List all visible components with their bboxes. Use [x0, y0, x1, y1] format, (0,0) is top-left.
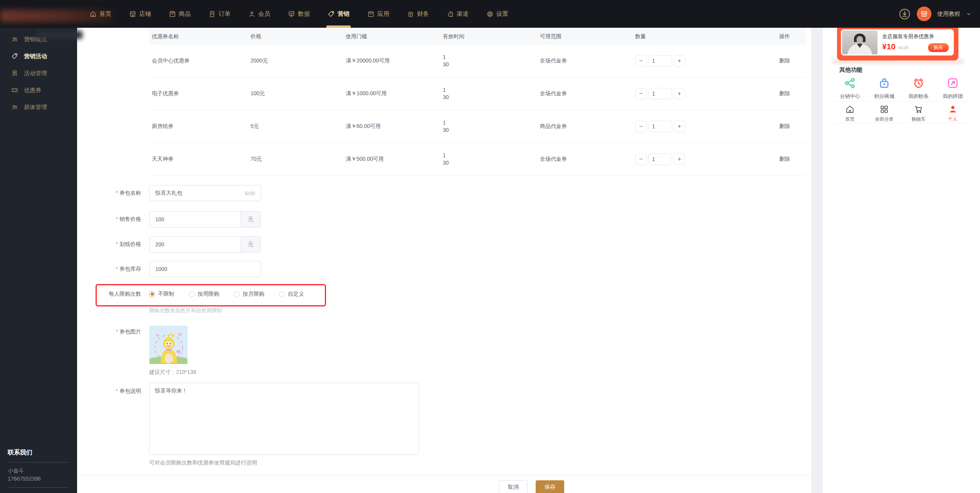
stepper-minus-button[interactable]: −: [635, 55, 647, 67]
share-nodes-icon: [844, 77, 856, 89]
tag-icon: [328, 10, 335, 18]
nav-item-home[interactable]: 首页: [89, 0, 111, 28]
sidebar-item-marketing-activity[interactable]: 营销活动: [0, 48, 77, 65]
cell-coupon-name: 厨房纸券: [149, 123, 250, 130]
divider: [8, 487, 68, 488]
cell-price: 100元: [250, 90, 346, 97]
cell-quantity: − 1 +: [635, 121, 732, 132]
delete-button[interactable]: 删除: [779, 123, 790, 130]
panel-gap: [811, 28, 823, 493]
radio-no-limit[interactable]: 不限制: [149, 291, 174, 298]
stock-input[interactable]: 1000: [149, 261, 261, 277]
feature-distribution-center[interactable]: 分销中心: [833, 77, 867, 100]
stepper-plus-button[interactable]: +: [674, 153, 685, 165]
cell-valid-time: 130: [443, 54, 540, 68]
contact-block: 联系我们 小奋斗 17667552398: [8, 449, 68, 488]
nav-item-marketing[interactable]: 营销: [328, 0, 350, 28]
save-button[interactable]: 保存: [536, 480, 564, 493]
radio-dot: [279, 291, 285, 297]
tab-home[interactable]: 首页: [833, 104, 867, 123]
description-hint: 可对会员限购次数和优惠券使用规则进行说明: [149, 459, 257, 466]
char-counter: 5/20: [245, 190, 255, 196]
stepper-value[interactable]: 1: [648, 153, 672, 165]
field-label: *券包库存: [77, 266, 141, 273]
sidebar-item-group-management[interactable]: 群体管理: [0, 99, 77, 116]
box-icon: [169, 10, 176, 18]
stepper-value[interactable]: 1: [648, 88, 672, 99]
nav-item-members[interactable]: 会员: [248, 0, 270, 28]
delete-button[interactable]: 删除: [779, 156, 790, 163]
radio-monthly-limit[interactable]: 按月限购: [234, 291, 264, 298]
stepper-plus-button[interactable]: +: [674, 55, 685, 67]
chart-icon: [288, 10, 295, 18]
stepper-minus-button[interactable]: −: [635, 121, 647, 132]
field-label: *券包说明: [77, 385, 141, 395]
cell-threshold: 满￥500.00可用: [346, 156, 443, 163]
chevron-down-icon[interactable]: [966, 11, 972, 17]
divider: [833, 123, 970, 123]
cell-coupon-name: 会员中心优惠券: [149, 57, 250, 64]
cell-valid-time: 130: [443, 86, 540, 101]
document-icon: [208, 10, 216, 18]
stepper-plus-button[interactable]: +: [674, 121, 685, 132]
nav-item-shop[interactable]: 店铺: [129, 0, 151, 28]
description-textarea[interactable]: 惊喜等你来！: [149, 383, 419, 455]
nav-item-data[interactable]: 数据: [288, 0, 310, 28]
sidebar-item-coupons[interactable]: 优惠券: [0, 82, 77, 99]
required-mark: *: [116, 388, 118, 394]
storefront-icon: [129, 10, 136, 18]
stepper-value[interactable]: 1: [648, 55, 672, 67]
nav-item-channels[interactable]: 渠道: [447, 0, 469, 28]
col-header-valid-time: 有效时间: [443, 33, 540, 40]
feature-flash-sale[interactable]: 我的秒杀: [901, 77, 936, 100]
delete-button[interactable]: 删除: [779, 57, 790, 64]
cell-action: 删除: [732, 156, 805, 163]
nav-item-apps[interactable]: 应用: [367, 0, 389, 28]
radio-dot: [149, 291, 155, 297]
sidebar: 营销概览 营销活动 活动管理 优惠券 群体管理 联系我们 小奋斗 1766755…: [0, 28, 77, 493]
buy-button[interactable]: 购买: [928, 43, 949, 52]
bookmark-star-icon: [11, 70, 18, 77]
nav-item-orders[interactable]: 订单: [208, 0, 230, 28]
nav-item-goods[interactable]: 商品: [169, 0, 191, 28]
download-icon[interactable]: [898, 8, 911, 20]
stepper-minus-button[interactable]: −: [635, 153, 647, 165]
bag-lock-icon: [878, 77, 891, 89]
table-row: 电子优惠券 100元 满￥1000.00可用 130 全场代金券 − 1 + 删…: [149, 77, 805, 110]
form-row-description: *券包说明: [77, 385, 141, 395]
tab-all-categories[interactable]: 全部分类: [867, 104, 901, 123]
cancel-button[interactable]: 取消: [499, 480, 528, 493]
stepper-plus-button[interactable]: +: [674, 88, 685, 99]
contact-phone: 17667552398: [8, 475, 68, 483]
tutorial-link[interactable]: 使用教程: [937, 10, 960, 18]
cell-action: 删除: [732, 90, 805, 97]
stepper-minus-button[interactable]: −: [635, 88, 647, 99]
nav-item-settings[interactable]: 设置: [486, 0, 508, 28]
tab-profile[interactable]: 个人: [936, 104, 970, 123]
quantity-stepper: − 1 +: [635, 121, 685, 132]
nav-item-finance[interactable]: 财务: [407, 0, 429, 28]
tab-cart[interactable]: 购物车: [901, 104, 936, 123]
radio-weekly-limit[interactable]: 按周限购: [189, 291, 219, 298]
limit-hint: 限购次数按自然月和自然周限制: [149, 307, 222, 314]
cell-coupon-name: 天天神券: [149, 156, 250, 163]
strike-price-input[interactable]: 200元: [149, 236, 261, 252]
stepper-value[interactable]: 1: [648, 121, 672, 132]
avatar[interactable]: [917, 7, 931, 21]
feature-points-mall[interactable]: 积分商城: [867, 77, 901, 100]
coupon-package-card[interactable]: 全店服装专用券优惠券 ¥10 ¥128 购买: [837, 25, 958, 61]
field-label: 每人限购次数: [77, 291, 141, 298]
package-image-thumbnail[interactable]: [149, 326, 188, 364]
cell-scope: 商品代金券: [540, 123, 635, 130]
required-mark: *: [116, 216, 118, 222]
home-icon: [89, 10, 97, 18]
sidebar-item-activity-management[interactable]: 活动管理: [0, 65, 77, 82]
wallet-icon: [407, 10, 414, 18]
quantity-stepper: − 1 +: [635, 55, 685, 67]
radio-custom-limit[interactable]: 自定义: [279, 291, 304, 298]
feature-group-buy[interactable]: 我的拼团: [936, 77, 970, 100]
table-header-row: 优惠券名称 价格 使用门槛 有效时间 可用范围 数量 操作: [149, 29, 805, 45]
delete-button[interactable]: 删除: [779, 90, 790, 97]
package-name-input[interactable]: 惊喜大礼包5/20: [149, 185, 261, 201]
sale-price-input[interactable]: 100元: [149, 211, 261, 227]
